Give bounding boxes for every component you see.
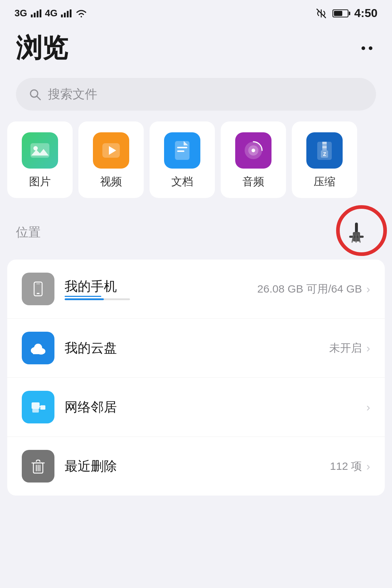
search-bar[interactable]: 搜索文件 [16, 78, 376, 111]
location-cloud[interactable]: 我的云盘 未开启 › [7, 319, 385, 378]
trash-info: 最近删除 [65, 457, 320, 475]
network-icon [22, 391, 54, 423]
doc-icon [164, 132, 200, 169]
page-title: 浏览 [16, 31, 68, 66]
trash-count-text: 112 项 [330, 459, 362, 474]
category-zip-label: 压缩 [314, 174, 335, 189]
svg-rect-27 [37, 293, 40, 294]
svg-rect-15 [322, 144, 327, 146]
svg-rect-17 [322, 148, 327, 150]
svg-rect-36 [32, 402, 40, 409]
category-video[interactable]: 视频 [78, 121, 144, 198]
zip-icon: Z [306, 132, 343, 169]
location-phone[interactable]: 我的手机 26.08 GB 可用/64 GB › [7, 260, 385, 319]
location-network[interactable]: 网络邻居 › [7, 378, 385, 437]
cloud-status-text: 未开启 [329, 341, 362, 356]
status-right: 4:50 [316, 7, 377, 20]
phone-name: 我的手机 [65, 278, 117, 295]
time-display: 4:50 [354, 7, 377, 20]
location-list: 我的手机 26.08 GB 可用/64 GB › 我的云盘 [7, 260, 385, 496]
phone-info: 我的手机 [65, 278, 247, 300]
category-audio-label: 音频 [242, 174, 264, 189]
phone-icon [22, 273, 54, 305]
signal-bars-2 [61, 9, 72, 17]
trash-name: 最近删除 [65, 459, 117, 473]
dot-2 [369, 46, 372, 50]
audio-icon [235, 132, 271, 169]
cloud-status: 未开启 › [329, 341, 370, 356]
video-icon [93, 132, 129, 169]
category-images[interactable]: 图片 [7, 121, 73, 198]
svg-line-2 [37, 96, 40, 100]
svg-rect-8 [177, 147, 187, 148]
chevron-phone: › [366, 282, 370, 296]
trash-icon [22, 450, 54, 483]
status-bar: 3G 4G 4:50 [0, 0, 392, 24]
svg-line-39 [40, 406, 40, 407]
category-row: 图片 视频 文档 [0, 121, 392, 198]
cloud-info: 我的云盘 [65, 339, 319, 357]
svg-rect-16 [322, 146, 327, 148]
svg-rect-28 [36, 283, 40, 284]
images-icon [22, 132, 58, 169]
phone-storage: 26.08 GB 可用/64 GB › [257, 282, 370, 297]
svg-rect-20 [355, 223, 358, 233]
status-network: 3G 4G [15, 8, 87, 19]
svg-rect-38 [32, 409, 39, 413]
category-doc[interactable]: 文档 [150, 121, 215, 198]
clean-button[interactable] [336, 212, 376, 252]
broom-icon [346, 222, 367, 243]
svg-point-4 [33, 146, 38, 150]
category-doc-label: 文档 [171, 174, 193, 189]
svg-rect-14 [322, 142, 327, 144]
svg-rect-37 [40, 405, 45, 410]
category-video-label: 视频 [100, 174, 122, 189]
trash-count: 112 项 › [330, 459, 370, 474]
section-header: 位置 [0, 209, 392, 260]
page-header: 浏览 [0, 24, 392, 74]
section-title: 位置 [16, 224, 41, 241]
network-info: 网络邻居 [65, 398, 356, 416]
dot-1 [362, 46, 365, 50]
network-right: › [366, 401, 370, 414]
svg-rect-9 [177, 150, 184, 152]
network-3g: 3G [15, 8, 27, 19]
cloud-icon [22, 332, 54, 364]
category-audio[interactable]: 音频 [221, 121, 286, 198]
battery-icon [332, 9, 348, 17]
chevron-network: › [366, 401, 370, 414]
search-placeholder: 搜索文件 [48, 86, 97, 103]
location-trash[interactable]: 最近删除 112 项 › [7, 437, 385, 496]
clean-button-wrapper [336, 212, 376, 252]
storage-fill [65, 298, 104, 300]
cloud-name: 我的云盘 [65, 340, 117, 355]
network-name: 网络邻居 [65, 399, 117, 414]
search-container: 搜索文件 [0, 74, 392, 121]
search-icon [28, 88, 41, 101]
category-zip[interactable]: Z 压缩 [292, 121, 357, 198]
mute-icon [316, 8, 327, 19]
category-images-label: 图片 [29, 174, 51, 189]
chevron-trash: › [366, 460, 370, 473]
chevron-cloud: › [366, 341, 370, 355]
network-4g: 4G [45, 8, 58, 19]
signal-bars-1 [31, 9, 41, 17]
phone-storage-text: 26.08 GB 可用/64 GB [257, 282, 362, 297]
more-button[interactable] [358, 43, 376, 54]
wifi-icon [75, 9, 87, 18]
svg-text:Z: Z [323, 151, 326, 157]
svg-rect-35 [33, 350, 43, 354]
svg-point-12 [252, 149, 255, 152]
storage-bar [65, 298, 130, 300]
